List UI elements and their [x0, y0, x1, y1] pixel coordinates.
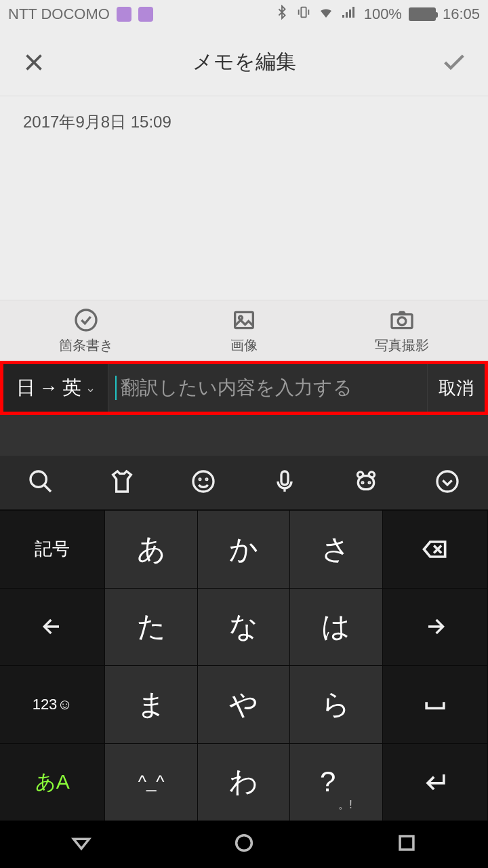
status-bar: NTT DOCOMO 100% 16:05	[0, 0, 488, 28]
enter-icon	[420, 767, 450, 797]
key-wa[interactable]: わ	[198, 743, 290, 821]
arrow-left-icon	[39, 613, 66, 640]
lang-from-label: 日	[16, 375, 35, 401]
confirm-button[interactable]	[439, 47, 469, 77]
arrow-right-icon: →	[39, 377, 58, 399]
ime-indicator2-icon	[138, 7, 153, 22]
key-a[interactable]: あ	[105, 510, 197, 588]
app-header: メモを編集	[0, 28, 488, 96]
translate-input-field[interactable]	[121, 377, 420, 399]
vibrate-icon	[296, 5, 311, 24]
wifi-icon	[318, 4, 334, 24]
svg-point-9	[398, 317, 406, 326]
ime-suggestion-strip	[0, 415, 488, 456]
mic-icon[interactable]	[271, 468, 298, 498]
ime-indicator-icon	[117, 7, 131, 22]
svg-point-5	[76, 310, 96, 330]
translate-bar: 日 → 英 ⌄ 取消	[0, 361, 488, 415]
image-tool-label: 画像	[230, 336, 258, 355]
camera-icon	[388, 307, 415, 334]
signal-icon	[341, 4, 357, 24]
nav-recent-button[interactable]	[395, 831, 418, 857]
svg-rect-0	[301, 7, 306, 18]
svg-point-11	[193, 471, 214, 492]
key-symbol[interactable]: 記号	[0, 510, 105, 588]
key-ra[interactable]: ら	[290, 665, 382, 743]
key-left[interactable]	[0, 588, 105, 666]
android-nav-bar	[0, 821, 488, 868]
image-icon	[230, 307, 258, 334]
svg-rect-3	[349, 9, 351, 18]
key-kaomoji[interactable]: ^_^	[105, 743, 197, 821]
key-sa[interactable]: さ	[290, 510, 382, 588]
key-ha[interactable]: は	[290, 588, 382, 666]
memo-toolbar: 箇条書き 画像 写真撮影	[0, 300, 488, 361]
carrier-label: NTT DOCOMO	[8, 5, 110, 23]
svg-point-12	[199, 478, 201, 479]
svg-point-13	[206, 478, 207, 479]
key-space[interactable]	[383, 665, 488, 743]
clock-label: 16:05	[443, 5, 480, 23]
text-cursor	[115, 376, 117, 400]
space-icon	[420, 690, 450, 719]
lang-to-label: 英	[62, 375, 81, 401]
svg-rect-6	[235, 312, 253, 328]
key-ya[interactable]: や	[198, 665, 290, 743]
svg-rect-2	[346, 12, 348, 18]
svg-rect-14	[281, 471, 288, 485]
key-enter[interactable]	[383, 743, 488, 821]
memo-editor[interactable]: 2017年9月8日 15:09	[0, 96, 488, 300]
bear-icon[interactable]	[352, 468, 380, 498]
key-123[interactable]: 123☺	[0, 665, 105, 743]
bullet-tool-label: 箇条書き	[59, 336, 113, 355]
svg-point-19	[369, 481, 370, 483]
close-button[interactable]	[19, 47, 49, 77]
key-right[interactable]	[383, 588, 488, 666]
nav-home-button[interactable]	[232, 831, 256, 857]
bullet-tool[interactable]: 箇条書き	[59, 307, 113, 355]
svg-rect-22	[400, 836, 413, 850]
battery-icon	[409, 7, 436, 21]
arrow-right-icon	[422, 613, 449, 640]
key-ka[interactable]: か	[198, 510, 290, 588]
camera-tool-label: 写真撮影	[375, 336, 429, 355]
image-tool[interactable]: 画像	[230, 307, 258, 355]
cancel-label: 取消	[439, 376, 474, 400]
ime-icon-row	[0, 456, 488, 510]
tshirt-icon[interactable]	[108, 468, 136, 498]
battery-pct-label: 100%	[364, 5, 402, 23]
translate-cancel-button[interactable]: 取消	[427, 364, 485, 412]
dropdown-icon[interactable]	[434, 468, 461, 498]
search-icon[interactable]	[27, 468, 54, 498]
bluetooth-icon	[274, 5, 289, 24]
translate-input[interactable]	[108, 364, 427, 412]
ime-keyboard: 記号 あ か さ た な は 123☺ ま や ら あA ^_^ わ ? 。!	[0, 510, 488, 821]
page-title: メモを編集	[192, 48, 296, 76]
key-backspace[interactable]	[383, 510, 488, 588]
camera-tool[interactable]: 写真撮影	[375, 307, 429, 355]
key-punct[interactable]: ? 。!	[290, 743, 382, 821]
memo-date-label: 2017年9月8日 15:09	[23, 111, 465, 133]
key-ma[interactable]: ま	[105, 665, 197, 743]
nav-back-button[interactable]	[70, 831, 93, 857]
key-na[interactable]: な	[198, 588, 290, 666]
check-circle-icon	[73, 307, 100, 334]
svg-point-10	[30, 471, 46, 487]
svg-rect-17	[358, 475, 373, 489]
svg-rect-1	[342, 15, 344, 18]
key-ta[interactable]: た	[105, 588, 197, 666]
backspace-icon	[420, 534, 450, 564]
key-input-mode[interactable]: あA	[0, 743, 105, 821]
language-selector[interactable]: 日 → 英 ⌄	[3, 364, 108, 412]
svg-point-21	[237, 835, 252, 851]
svg-rect-4	[352, 7, 354, 18]
svg-point-20	[437, 471, 458, 492]
chevron-down-icon: ⌄	[85, 380, 96, 395]
svg-point-18	[362, 481, 363, 483]
smiley-icon[interactable]	[190, 468, 217, 498]
